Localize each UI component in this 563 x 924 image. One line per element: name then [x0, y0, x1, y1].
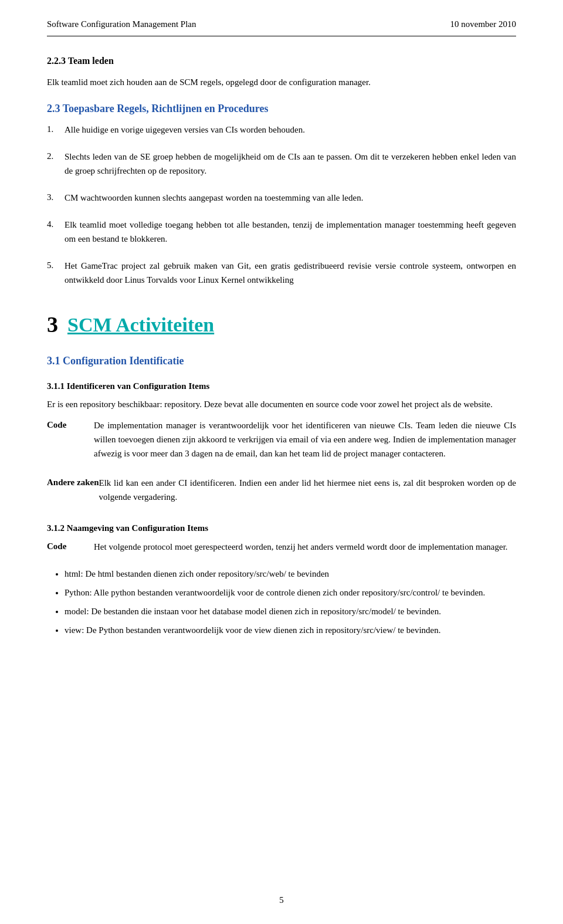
page-footer: 5	[0, 893, 563, 907]
section-23-item-5: 5. Het GameTrac project zal gebruik make…	[47, 259, 516, 294]
header-date: 10 november 2010	[450, 18, 516, 31]
section-31-heading: 3.1 Configuration Identificatie	[47, 353, 516, 369]
section-311-andere-para: Andere zaken Elk lid kan een ander CI id…	[47, 476, 516, 511]
section-223-heading: 2.2.3 Team leden	[47, 54, 516, 68]
section-3-heading-block: 3 SCM Activiteiten	[47, 308, 516, 341]
bullet-item-model: model: De bestanden die instaan voor het…	[65, 604, 516, 618]
section-311: 3.1.1 Identificeren van Configuration It…	[47, 380, 516, 512]
item-4-number: 4.	[47, 218, 65, 253]
code-label-312: Code	[47, 540, 94, 553]
andere-text-311: Elk lid kan een ander CI identificeren. …	[99, 476, 516, 504]
section-312-bullets: html: De html bestanden dienen zich onde…	[65, 567, 516, 637]
page-number: 5	[279, 895, 284, 905]
code-text-312: Het volgende protocol moet gerespecteerd…	[94, 540, 516, 554]
section-23-item-1: 1. Alle huidige en vorige uigegeven vers…	[47, 123, 516, 144]
section-3-number: 3	[47, 308, 58, 341]
section-23-item-2: 2. Slechts leden van de SE groep hebben …	[47, 150, 516, 185]
bullet-item-view: view: De Python bestanden verantwoordeli…	[65, 623, 516, 637]
section-23-heading: 2.3 Toepasbare Regels, Richtlijnen en Pr…	[47, 101, 516, 117]
section-312-code-para: Code Het volgende protocol moet gerespec…	[47, 540, 516, 561]
item-3-text: CM wachtwoorden kunnen slechts aangepast…	[65, 191, 516, 205]
item-2-number: 2.	[47, 150, 65, 185]
bullet-item-python: Python: Alle python bestanden verantwoor…	[65, 585, 516, 600]
section-311-code-para: Code De implementation manager is verant…	[47, 418, 516, 468]
section-23: 2.3 Toepasbare Regels, Richtlijnen en Pr…	[47, 101, 516, 294]
item-1-number: 1.	[47, 123, 65, 144]
item-2-text: Slechts leden van de SE groep hebben de …	[65, 150, 516, 178]
section-31: 3.1 Configuration Identificatie	[47, 353, 516, 369]
item-5-text: Het GameTrac project zal gebruik maken v…	[65, 259, 516, 287]
section-223: 2.2.3 Team leden Elk teamlid moet zich h…	[47, 54, 516, 89]
andere-label-311: Andere zaken	[47, 476, 99, 489]
item-5-number: 5.	[47, 259, 65, 294]
section-23-item-3: 3. CM wachtwoorden kunnen slechts aangep…	[47, 191, 516, 212]
section-223-intro: Elk teamlid moet zich houden aan de SCM …	[47, 75, 516, 89]
item-3-number: 3.	[47, 191, 65, 212]
item-1-text: Alle huidige en vorige uigegeven versies…	[65, 123, 516, 137]
section-23-item-4: 4. Elk teamlid moet volledige toegang he…	[47, 218, 516, 253]
header-title: Software Configuration Management Plan	[47, 18, 196, 31]
bullet-item-html: html: De html bestanden dienen zich onde…	[65, 567, 516, 581]
code-text-311: De implementation manager is verantwoord…	[94, 418, 516, 461]
section-312: 3.1.2 Naamgeving van Configuration Items…	[47, 522, 516, 637]
section-311-heading: 3.1.1 Identificeren van Configuration It…	[47, 380, 516, 393]
section-3-title: SCM Activiteiten	[67, 310, 214, 340]
section-311-intro: Er is een repository beschikbaar: reposi…	[47, 397, 516, 411]
item-4-text: Elk teamlid moet volledige toegang hebbe…	[65, 218, 516, 246]
code-label-311: Code	[47, 418, 94, 432]
page-header: Software Configuration Management Plan 1…	[47, 18, 516, 36]
page: Software Configuration Management Plan 1…	[0, 0, 563, 924]
section-312-heading: 3.1.2 Naamgeving van Configuration Items	[47, 522, 516, 535]
